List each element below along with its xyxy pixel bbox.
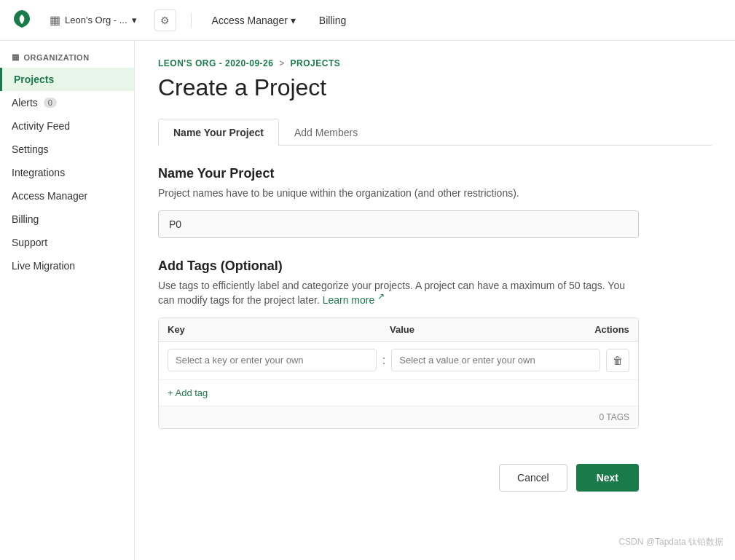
sidebar-item-support-label: Support bbox=[12, 237, 47, 248]
org-icon: ▦ bbox=[50, 13, 60, 27]
breadcrumb-page: PROJECTS bbox=[291, 58, 341, 68]
alerts-badge: 0 bbox=[44, 98, 57, 108]
tags-table: Key Value Actions : 🗑 + Add tag bbox=[158, 318, 639, 429]
name-section: Name Your Project Project names have to … bbox=[158, 166, 712, 238]
add-tag-label: + Add tag bbox=[168, 387, 208, 398]
main-content: LEON'S ORG - 2020-09-26 > PROJECTS Creat… bbox=[135, 41, 735, 560]
tags-count-label: 0 TAGS bbox=[599, 412, 629, 422]
sidebar-item-access-manager[interactable]: Access Manager bbox=[0, 184, 134, 208]
tab-add-members[interactable]: Add Members bbox=[279, 119, 373, 146]
footer-actions: Cancel Next bbox=[158, 464, 639, 492]
tab-add-members-label: Add Members bbox=[294, 127, 358, 138]
billing-label: Billing bbox=[319, 15, 346, 26]
col-actions-header: Actions bbox=[594, 324, 629, 335]
tag-key-input[interactable] bbox=[168, 349, 377, 371]
org-dropdown-icon: ▾ bbox=[132, 15, 137, 25]
sidebar-item-settings[interactable]: Settings bbox=[0, 138, 134, 161]
page-title: Create a Project bbox=[158, 74, 712, 101]
access-manager-label: Access Manager bbox=[212, 15, 288, 26]
divider bbox=[191, 13, 192, 28]
learn-more-link[interactable]: Learn more ↗ bbox=[323, 294, 385, 306]
org-name: Leon's Org - ... bbox=[65, 15, 127, 25]
sidebar-item-alerts-label: Alerts bbox=[12, 97, 38, 109]
col-sep-header bbox=[372, 324, 390, 335]
tabs: Name Your Project Add Members bbox=[158, 119, 712, 146]
layout: ▦ ORGANIZATION Projects Alerts 0 Activit… bbox=[0, 41, 735, 560]
sidebar-item-activity-feed[interactable]: Activity Feed bbox=[0, 114, 134, 138]
col-key-header: Key bbox=[168, 324, 372, 335]
tags-section: Add Tags (Optional) Use tags to efficien… bbox=[158, 259, 712, 429]
sidebar-section-label: ▦ ORGANIZATION bbox=[0, 52, 134, 68]
colon-separator: : bbox=[382, 354, 385, 367]
tab-name-project-label: Name Your Project bbox=[173, 127, 264, 138]
col-value-header: Value bbox=[390, 324, 594, 335]
breadcrumb: LEON'S ORG - 2020-09-26 > PROJECTS bbox=[158, 58, 712, 68]
sidebar-item-live-migration-label: Live Migration bbox=[12, 260, 75, 272]
name-section-desc: Project names have to be unique within t… bbox=[158, 187, 712, 199]
breadcrumb-sep: > bbox=[279, 58, 287, 68]
sidebar-item-integrations[interactable]: Integrations bbox=[0, 161, 134, 184]
gear-icon: ⚙ bbox=[160, 15, 170, 26]
tag-row-1: : 🗑 bbox=[159, 342, 638, 380]
delete-tag-button[interactable]: 🗑 bbox=[606, 349, 629, 372]
sidebar-item-billing-label: Billing bbox=[12, 213, 39, 225]
sidebar-item-live-migration[interactable]: Live Migration bbox=[0, 254, 134, 277]
logo bbox=[12, 9, 32, 31]
next-button[interactable]: Next bbox=[576, 464, 639, 492]
tags-section-title: Add Tags (Optional) bbox=[158, 259, 712, 274]
sidebar-item-projects-label: Projects bbox=[14, 74, 54, 85]
cancel-button[interactable]: Cancel bbox=[499, 464, 567, 492]
tags-section-desc: Use tags to efficiently label and catego… bbox=[158, 280, 639, 306]
sidebar-item-alerts[interactable]: Alerts 0 bbox=[0, 91, 134, 114]
sidebar-section-icon: ▦ bbox=[12, 52, 20, 62]
add-tag-button[interactable]: + Add tag bbox=[159, 380, 638, 406]
sidebar-item-activity-feed-label: Activity Feed bbox=[12, 120, 70, 132]
watermark: CSDN @Tapdata 钛铂数据 bbox=[618, 536, 723, 548]
gear-button[interactable]: ⚙ bbox=[154, 9, 176, 31]
tag-value-input[interactable] bbox=[391, 349, 600, 371]
sidebar-item-projects[interactable]: Projects bbox=[0, 68, 134, 91]
project-name-input[interactable] bbox=[158, 210, 639, 238]
sidebar-item-settings-label: Settings bbox=[12, 143, 49, 155]
trash-icon: 🗑 bbox=[613, 355, 623, 366]
access-manager-nav[interactable]: Access Manager ▾ bbox=[206, 12, 302, 29]
sidebar: ▦ ORGANIZATION Projects Alerts 0 Activit… bbox=[0, 41, 135, 560]
billing-nav[interactable]: Billing bbox=[313, 12, 352, 29]
sidebar-item-access-manager-label: Access Manager bbox=[12, 190, 87, 202]
tags-count: 0 TAGS bbox=[159, 406, 638, 428]
tags-table-header: Key Value Actions bbox=[159, 318, 638, 342]
org-selector[interactable]: ▦ Leon's Org - ... ▾ bbox=[44, 10, 143, 30]
tab-name-project[interactable]: Name Your Project bbox=[158, 119, 279, 146]
name-section-title: Name Your Project bbox=[158, 166, 712, 181]
sidebar-item-billing[interactable]: Billing bbox=[0, 208, 134, 231]
access-manager-dropdown-icon: ▾ bbox=[291, 15, 296, 26]
navbar: ▦ Leon's Org - ... ▾ ⚙ Access Manager ▾ … bbox=[0, 0, 735, 41]
next-label: Next bbox=[597, 472, 618, 484]
breadcrumb-org: LEON'S ORG - 2020-09-26 bbox=[158, 58, 273, 68]
sidebar-item-integrations-label: Integrations bbox=[12, 167, 65, 178]
cancel-label: Cancel bbox=[517, 472, 549, 484]
sidebar-item-support[interactable]: Support bbox=[0, 231, 134, 254]
